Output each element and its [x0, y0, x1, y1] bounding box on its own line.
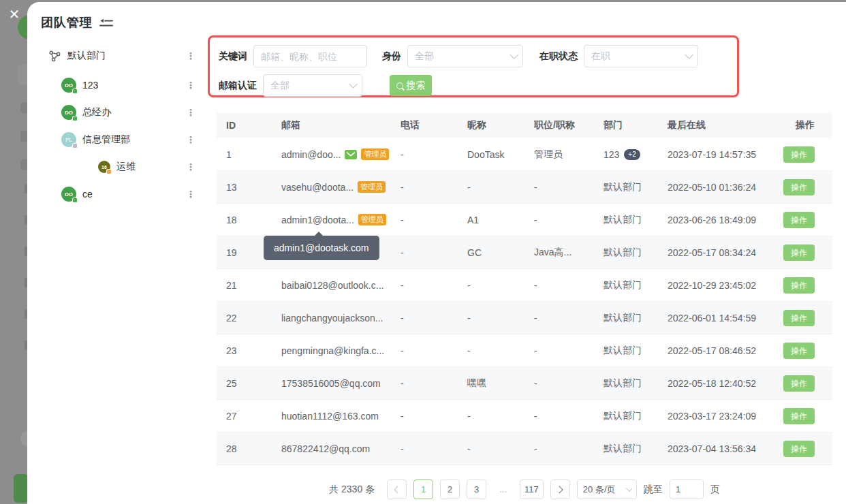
search-icon	[396, 82, 403, 89]
cell-id: 28	[217, 443, 272, 454]
page-button-3[interactable]: 3	[467, 479, 486, 499]
email-tooltip: admin1@dootask.com	[264, 236, 379, 260]
keyword-input[interactable]	[253, 45, 367, 67]
row-action-button[interactable]: 操作	[783, 212, 815, 228]
cell-email[interactable]: huotian1112@163.com	[272, 411, 391, 422]
cell-actions: 操作	[772, 277, 832, 294]
menu-fold-icon[interactable]	[99, 18, 113, 29]
department-text: 默认部门	[604, 377, 642, 390]
sidebar-item-label: 信息管理部	[82, 133, 186, 146]
cell-email[interactable]: liangchangyoujackson...	[272, 313, 391, 324]
page-button-1[interactable]: 1	[413, 479, 433, 499]
chevron-down-icon	[510, 50, 518, 59]
department-avatar: DO	[61, 105, 76, 120]
cell-email[interactable]: admin1@doota...管理员	[272, 214, 391, 225]
row-action-button[interactable]: 操作	[783, 277, 815, 294]
cell-actions: 操作	[772, 408, 832, 424]
keyword-label: 关键词	[219, 50, 247, 63]
cell-department: 默认部门	[594, 247, 658, 259]
cell-id: 27	[217, 411, 272, 422]
department-avatar: DO	[61, 78, 76, 93]
more-icon[interactable]: ⋮	[186, 189, 195, 199]
background-button	[14, 474, 29, 503]
cell-email[interactable]: 17538516005@qq.com	[272, 378, 391, 389]
table-row: 22liangchangyoujackson...---默认部门2022-06-…	[217, 302, 832, 334]
identity-select[interactable]: 全部	[407, 45, 523, 67]
cell-email[interactable]: admin@doo...管理员	[272, 148, 391, 160]
row-action-button[interactable]: 操作	[783, 343, 815, 359]
prev-page-button[interactable]	[387, 479, 407, 499]
row-action-button[interactable]: 操作	[783, 245, 815, 261]
email-text: 17538516005@qq.com	[281, 378, 381, 389]
table-row: 28867822412@qq.com---默认部门2023-07-04 13:5…	[217, 432, 832, 465]
page-button-117[interactable]: 117	[520, 479, 544, 499]
cell-email[interactable]: pengmingna@kingfa.c...	[272, 345, 391, 356]
cell-phone: -	[391, 313, 458, 324]
more-icon[interactable]: ⋮	[186, 135, 195, 144]
next-page-button[interactable]	[550, 479, 570, 499]
verify-select[interactable]: 全部	[263, 74, 362, 97]
page-size-select[interactable]: 20 条/页	[577, 479, 637, 499]
admin-badge: 管理员	[358, 181, 386, 193]
sidebar-item-总经办[interactable]: DO总经办⋮	[27, 99, 208, 126]
cell-phone: -	[391, 182, 458, 193]
row-action-button[interactable]: 操作	[783, 375, 815, 392]
status-select[interactable]: 在职	[584, 45, 698, 67]
cell-department: 默认部门	[594, 410, 658, 422]
cell-department: 默认部门	[594, 312, 658, 324]
cell-id: 25	[217, 378, 272, 389]
verify-value: 全部	[270, 80, 289, 92]
department-text: 默认部门	[604, 443, 642, 455]
more-icon[interactable]: ⋮	[186, 80, 195, 90]
search-button[interactable]: 搜索	[390, 75, 432, 96]
sidebar-item-信息管理部[interactable]: PL信息管理部⋮	[27, 126, 208, 153]
cell-last-online: 2023-03-17 23:24:09	[658, 411, 772, 422]
cell-actions: 操作	[772, 441, 832, 457]
cell-id: 13	[217, 182, 272, 193]
cell-last-online: 2022-10-29 23:45:02	[658, 280, 772, 291]
sidebar-item-default-department[interactable]: 默认部门 ⋮	[27, 44, 208, 67]
column-header: 职位/职称	[524, 119, 594, 131]
sidebar-item-运维[interactable]: 16运维⋮	[27, 153, 208, 180]
table-body: 1admin@doo...管理员-DooTask管理员123+22023-07-…	[217, 138, 832, 465]
cell-email[interactable]: baibai0128@outlook.c...	[272, 280, 391, 291]
row-action-button[interactable]: 操作	[783, 146, 815, 163]
row-action-button[interactable]: 操作	[783, 310, 815, 326]
row-action-button[interactable]: 操作	[783, 408, 815, 424]
more-icon[interactable]: ⋮	[186, 108, 195, 117]
row-action-button[interactable]: 操作	[783, 179, 815, 195]
more-icon[interactable]: ⋮	[186, 162, 195, 172]
status-label: 在职状态	[539, 50, 578, 63]
cell-title: -	[524, 443, 594, 454]
email-text: admin@doo...	[281, 149, 341, 160]
search-button-label: 搜索	[407, 80, 426, 92]
cell-nickname: GC	[458, 247, 524, 258]
sidebar-item-ce[interactable]: DOce⋮	[27, 180, 208, 208]
cell-last-online: 2022-05-10 01:36:24	[658, 182, 772, 193]
status-value: 在职	[591, 50, 610, 63]
cell-actions: 操作	[772, 212, 832, 228]
row-action-button[interactable]: 操作	[783, 441, 815, 457]
jump-suffix: 页	[710, 484, 720, 496]
status-dot-icon	[72, 198, 78, 203]
cell-last-online: 2023-07-04 13:56:34	[658, 443, 772, 454]
cell-phone: -	[391, 247, 458, 258]
department-text: 默认部门	[604, 410, 642, 422]
sidebar-item-123[interactable]: DO123⋮	[27, 72, 208, 99]
cell-nickname: -	[458, 411, 524, 422]
column-header: 部门	[594, 119, 658, 131]
cell-title: Java高...	[524, 247, 594, 259]
cell-last-online: 2022-05-18 12:40:52	[658, 378, 772, 389]
cell-department: 默认部门	[594, 214, 658, 226]
cell-actions: 操作	[772, 343, 832, 359]
close-icon[interactable]: ✕	[5, 5, 23, 23]
cell-email[interactable]: vasehu@doota...管理员	[272, 181, 391, 193]
cell-email[interactable]: 867822412@qq.com	[272, 443, 391, 454]
page-button-2[interactable]: 2	[440, 479, 460, 499]
page-ellipsis: ...	[493, 479, 513, 499]
table-row: 21baibai0128@outlook.c...---默认部门2022-10-…	[217, 269, 832, 302]
jump-page-input[interactable]	[670, 479, 704, 499]
page-buttons: 123...117	[413, 479, 544, 499]
cell-nickname: -	[458, 313, 524, 324]
more-icon[interactable]: ⋮	[186, 51, 195, 61]
